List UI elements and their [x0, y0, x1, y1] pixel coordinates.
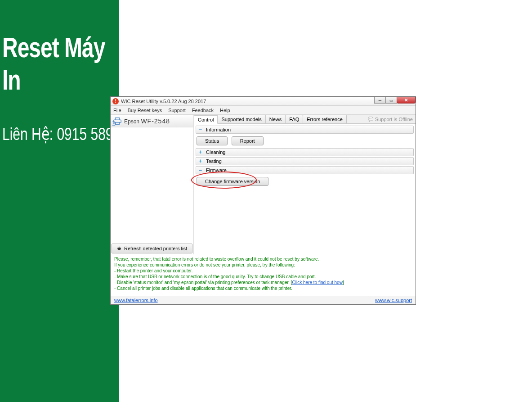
wic-utility-window: WIC Reset Utility v.5.0.22 Aug 28 2017 F…	[110, 96, 416, 305]
printer-model: WF-2548	[141, 117, 170, 125]
section-information[interactable]: − Information	[196, 126, 414, 134]
minimize-button[interactable]	[374, 97, 386, 104]
section-firmware[interactable]: − Firmware	[196, 166, 414, 174]
note-line: - Cancel all printer jobs and disable al…	[114, 285, 412, 291]
tab-content: − Information Status Report + Cleaning +…	[194, 124, 416, 254]
tab-supported-models[interactable]: Supported models	[217, 115, 265, 123]
note-line: Please, remember, that fatal error is no…	[114, 256, 412, 262]
app-body: Epson WF-2548 Refresh detected printers …	[111, 115, 416, 254]
app-icon	[112, 98, 119, 104]
status-button[interactable]: Status	[197, 136, 228, 145]
report-button[interactable]: Report	[232, 136, 264, 145]
section-cleaning[interactable]: + Cleaning	[196, 148, 414, 156]
expand-icon: +	[199, 158, 203, 164]
tab-faq[interactable]: FAQ	[285, 115, 303, 123]
note-line: If you experience communication errors o…	[114, 262, 412, 268]
section-firmware-body: Change firmware version	[196, 175, 414, 189]
wicsupport-link[interactable]: www.wic.support	[375, 298, 412, 303]
menu-feedback[interactable]: Feedback	[192, 108, 214, 113]
refresh-icon	[117, 246, 121, 251]
close-button[interactable]	[397, 97, 416, 104]
contact-info: Liên Hệ: 0915 589 23	[2, 124, 119, 145]
maximize-button[interactable]	[385, 97, 397, 104]
section-testing[interactable]: + Testing	[196, 157, 414, 165]
printer-icon	[112, 116, 122, 126]
main-panel: Control Supported models News FAQ Errors…	[193, 115, 416, 254]
printer-list-item[interactable]: Epson WF-2548	[111, 115, 193, 127]
page-title: Reset Máy In	[2, 32, 119, 96]
titlebar[interactable]: WIC Reset Utility v.5.0.22 Aug 28 2017	[111, 97, 416, 106]
fatalerrors-link[interactable]: www.fatalerrors.info	[114, 298, 158, 303]
note-line: - Disable 'status monitor' and 'my epson…	[114, 280, 412, 285]
printers-panel: Epson WF-2548 Refresh detected printers …	[111, 115, 193, 254]
menubar: File Buy Reset keys Support Feedback Hel…	[111, 106, 416, 115]
tab-row: Control Supported models News FAQ Errors…	[194, 115, 416, 124]
note-line: - Restart the printer and your computer.	[114, 268, 412, 274]
window-controls	[375, 97, 416, 104]
printer-brand: Epson	[124, 118, 139, 125]
support-status[interactable]: Support is Offline	[368, 115, 416, 123]
page-sidebar: Reset Máy In Liên Hệ: 0915 589 23	[0, 0, 119, 402]
section-information-body: Status Report	[196, 135, 414, 148]
collapse-icon: −	[199, 167, 203, 173]
menu-buy-reset-keys[interactable]: Buy Reset keys	[128, 108, 162, 113]
menu-help[interactable]: Help	[220, 108, 230, 113]
note-line: - Make sure that USB or network connecti…	[114, 274, 412, 280]
change-firmware-button[interactable]: Change firmware version	[197, 177, 268, 186]
expand-icon: +	[199, 149, 203, 155]
tab-errors-reference[interactable]: Errors reference	[303, 115, 346, 123]
collapse-icon: −	[199, 126, 203, 133]
refresh-printers-button[interactable]: Refresh detected printers list	[112, 244, 192, 253]
status-monitor-help-link[interactable]: Click here to find out how	[292, 280, 343, 285]
highlight-circle: Change firmware version	[197, 177, 270, 186]
window-title: WIC Reset Utility v.5.0.22 Aug 28 2017	[121, 99, 375, 104]
footer: www.fatalerrors.info www.wic.support	[111, 296, 416, 304]
notes-area: Please, remember, that fatal error is no…	[111, 254, 416, 296]
tab-news[interactable]: News	[265, 115, 286, 123]
menu-file[interactable]: File	[113, 108, 121, 113]
menu-support[interactable]: Support	[168, 108, 186, 113]
tab-control[interactable]: Control	[194, 115, 218, 124]
